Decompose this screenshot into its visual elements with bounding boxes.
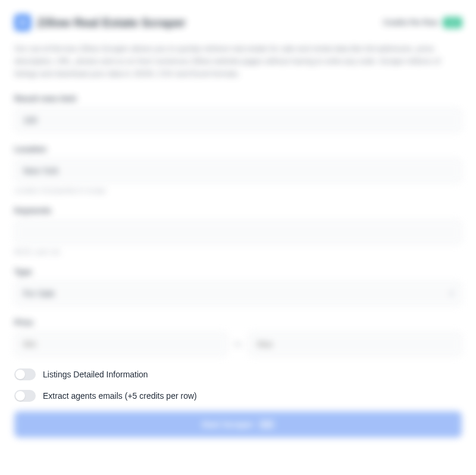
location-input[interactable] <box>14 158 462 183</box>
result-limit-label: Result rows limit <box>14 94 462 103</box>
app-icon <box>14 14 31 31</box>
agents-emails-toggle-row: Extract agents emails (+5 credits per ro… <box>14 390 462 402</box>
house-icon <box>17 17 28 28</box>
price-row: to <box>14 332 462 357</box>
price-separator: to <box>235 340 241 348</box>
start-scraper-button[interactable]: Start Scraper 0.8 <box>14 411 462 438</box>
agents-emails-toggle-label: Extract agents emails (+5 credits per ro… <box>43 391 197 401</box>
price-from-input[interactable] <box>14 332 228 357</box>
description: Our out-of-the-box Zillow Scraper allows… <box>14 43 462 80</box>
type-select[interactable] <box>14 281 462 306</box>
type-group: Type <box>14 267 462 306</box>
location-helper: Location of properties to scrape <box>14 187 462 194</box>
keywords-helper: MLS#, yard, etc. <box>14 248 462 255</box>
keywords-label: Keywords <box>14 206 462 215</box>
keywords-input[interactable] <box>14 220 462 245</box>
price-label: Price <box>14 318 462 327</box>
detailed-toggle-row: Listings Detailed Information <box>14 368 462 380</box>
page-title: Zillow Real Estate Scraper <box>37 16 186 30</box>
submit-label: Start Scraper <box>201 420 253 429</box>
location-group: Location Location of properties to scrap… <box>14 145 462 194</box>
detailed-toggle-label: Listings Detailed Information <box>43 370 148 379</box>
keywords-group: Keywords MLS#, yard, etc. <box>14 206 462 255</box>
header-left: Zillow Real Estate Scraper <box>14 14 186 31</box>
result-limit-input[interactable] <box>14 108 462 133</box>
type-select-wrap <box>14 281 462 306</box>
price-group: Price to <box>14 318 462 357</box>
location-label: Location <box>14 145 462 154</box>
price-to-input[interactable] <box>248 332 462 357</box>
result-limit-group: Result rows limit <box>14 94 462 133</box>
header-right: Credits Per Row 0.8 <box>383 17 462 28</box>
type-label: Type <box>14 267 462 276</box>
credits-label: Credits Per Row <box>383 18 439 27</box>
header: Zillow Real Estate Scraper Credits Per R… <box>14 14 462 31</box>
credits-badge: 0.8 <box>443 17 462 28</box>
scraper-form-container: Zillow Real Estate Scraper Credits Per R… <box>0 0 476 452</box>
detailed-toggle[interactable] <box>14 368 36 380</box>
agents-emails-toggle[interactable] <box>14 390 36 402</box>
submit-badge: 0.8 <box>258 420 274 429</box>
